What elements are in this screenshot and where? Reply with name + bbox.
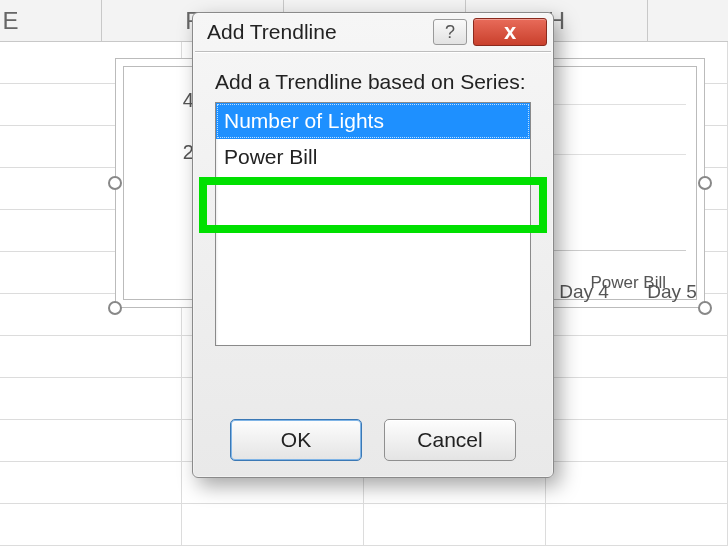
- dialog-titlebar[interactable]: Add Trendline ? x: [193, 13, 553, 51]
- column-header[interactable]: E: [0, 0, 102, 41]
- help-button[interactable]: ?: [433, 19, 467, 45]
- resize-handle-bottom-left[interactable]: [108, 301, 122, 315]
- ok-button[interactable]: OK: [230, 419, 362, 461]
- legend-label: Power Bill: [590, 273, 666, 292]
- series-list-item[interactable]: Number of Lights: [216, 103, 530, 139]
- close-button[interactable]: x: [473, 18, 547, 46]
- help-icon: ?: [445, 22, 455, 43]
- chart-legend-item: Power Bill: [590, 273, 666, 293]
- dialog-prompt: Add a Trendline based on Series:: [215, 70, 531, 94]
- resize-handle-right[interactable]: [698, 176, 712, 190]
- series-list-item[interactable]: Power Bill: [216, 139, 530, 175]
- resize-handle-bottom-right[interactable]: [698, 301, 712, 315]
- column-header[interactable]: I: [648, 0, 728, 41]
- dialog-title: Add Trendline: [207, 20, 433, 44]
- add-trendline-dialog: Add Trendline ? x Add a Trendline based …: [192, 12, 554, 478]
- resize-handle-left[interactable]: [108, 176, 122, 190]
- close-icon: x: [504, 19, 516, 45]
- series-listbox[interactable]: Number of LightsPower Bill: [215, 102, 531, 346]
- cancel-button[interactable]: Cancel: [384, 419, 516, 461]
